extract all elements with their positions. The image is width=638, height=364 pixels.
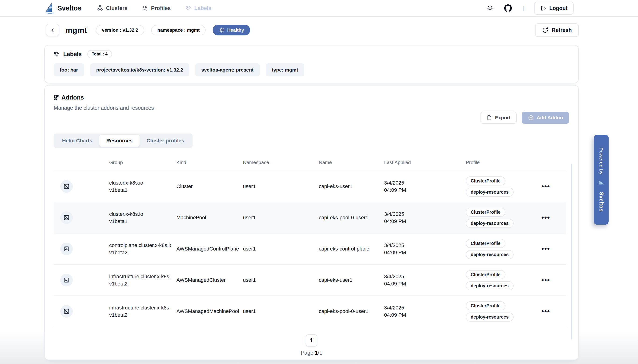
refresh-button[interactable]: Refresh [535,23,579,37]
add-addon-button[interactable]: Add Addon [522,112,569,124]
table-scrollbar[interactable] [571,164,572,340]
clusters-boxes-icon [97,5,103,12]
row-menu-button[interactable]: ••• [541,309,550,314]
profile-badge[interactable]: deploy-resources [466,250,514,259]
profile-badge[interactable]: deploy-resources [466,281,514,290]
profile-badge[interactable]: ClusterProfile [466,208,505,217]
resource-avatar [60,180,73,193]
last-applied-time: 04:09 PM [384,280,460,287]
profile-badges: ClusterProfiledeploy-resources [466,176,536,197]
table-column-header[interactable]: Name [319,160,384,165]
namespace-badge: namespace : mgmt [151,25,205,36]
image-off-icon [63,277,70,283]
table-column-header[interactable]: Namespace [243,160,319,165]
label-chip[interactable]: projectsveltos.io/k8s-version: v1.32.2 [90,64,189,76]
labels-card-header: Labels Total : 4 [54,50,569,58]
row-menu-button[interactable]: ••• [541,278,550,282]
powered-by-sveltos-ribbon[interactable]: Powered by Sveltos [594,135,609,225]
resource-name: capi-eks-pool-0-user1 [319,214,384,221]
row-menu-button[interactable]: ••• [541,184,550,189]
table-header-row: Group Kind Namespace Name Last Applied P… [54,154,566,171]
tab-cluster-profiles[interactable]: Cluster profiles [140,135,191,146]
profile-badge[interactable]: deploy-resources [466,219,514,228]
last-applied-date: 3/4/2025 [384,179,460,186]
addons-grid-icon [54,94,60,101]
profile-badge[interactable]: ClusterProfile [466,270,505,279]
profiles-user-icon [142,5,148,12]
back-button[interactable] [46,24,59,36]
resource-avatar [60,274,73,286]
file-icon [487,115,492,120]
resource-avatar [60,211,73,224]
add-addon-label: Add Addon [537,115,563,120]
ribbon-brand-text: Sveltos [598,192,604,212]
profile-badge[interactable]: deploy-resources [466,312,514,322]
powered-by-text: Powered by [598,148,604,174]
last-applied-date: 3/4/2025 [384,242,460,249]
table-column-header[interactable]: Last Applied [384,160,466,165]
resource-name: capi-eks-pool-0-user1 [319,308,384,314]
logout-button[interactable]: Logout [534,2,574,15]
refresh-label: Refresh [552,27,572,33]
page-header: mgmt version : v1.32.2 namespace : mgmt … [46,23,579,37]
nav-item-label: Labels [194,5,211,12]
label-chip[interactable]: sveltos-agent: present [195,64,260,76]
nav-item-clusters[interactable]: Clusters [97,5,127,12]
nav-divider: | [522,5,524,12]
table-column-header[interactable]: Group [109,160,176,165]
resource-kind: AWSManagedCluster [176,277,243,283]
theme-toggle-sun-icon[interactable] [486,4,494,12]
table-row[interactable]: infrastructure.cluster.x-k8s.io v1beta2 … [54,296,566,327]
chevron-left-icon [50,27,56,33]
page-1-button[interactable]: 1 [306,334,317,346]
tab-resources[interactable]: Resources [99,135,140,146]
export-label: Export [495,115,511,120]
profile-badge[interactable]: ClusterProfile [466,239,505,248]
label-chip[interactable]: type: mgmt [266,64,304,76]
table-column-header[interactable]: Profile [466,160,536,165]
header-badges: version : v1.32.2 namespace : mgmt Healt… [96,25,250,36]
last-applied-date: 3/4/2025 [384,304,460,311]
image-off-icon [63,214,70,221]
profile-badge[interactable]: ClusterProfile [466,176,505,186]
profile-badges: ClusterProfiledeploy-resources [466,301,536,322]
resource-group: cluster.x-k8s.io [109,210,171,218]
labels-tag-icon [185,5,192,12]
brand[interactable]: Sveltos [45,3,81,14]
tab-helm-charts[interactable]: Helm Charts [55,135,99,146]
nav-item-labels[interactable]: Labels [185,5,211,12]
label-chip[interactable]: foo: bar [54,64,84,76]
export-button[interactable]: Export [481,112,517,124]
version-badge: version : v1.32.2 [96,25,144,36]
resource-kind: Cluster [176,184,243,190]
table-row[interactable]: infrastructure.cluster.x-k8s.io v1beta2 … [54,265,566,296]
profile-badge[interactable]: deploy-resources [466,188,514,197]
resources-table: Group Kind Namespace Name Last Applied P… [54,154,566,327]
last-applied-date: 3/4/2025 [384,210,460,218]
profile-badges: ClusterProfiledeploy-resources [466,270,536,290]
brand-name: Sveltos [57,4,81,12]
resource-kind: MachinePool [176,214,243,221]
resource-version: v1beta2 [109,249,171,256]
resource-version: v1beta1 [109,218,171,225]
table-column-header[interactable]: Kind [176,160,243,165]
resource-namespace: user1 [243,277,319,283]
resource-namespace: user1 [243,214,319,221]
resource-version: v1beta1 [109,186,171,194]
nav-item-profiles[interactable]: Profiles [142,5,171,12]
table-row[interactable]: controlplane.cluster.x-k8s.io v1beta2 AW… [54,234,566,265]
github-icon[interactable] [504,4,512,12]
image-off-icon [63,308,70,314]
resource-version: v1beta2 [109,280,171,287]
profile-badge[interactable]: ClusterProfile [466,301,505,310]
resource-avatar [60,305,73,318]
table-row[interactable]: cluster.x-k8s.io v1beta1 Cluster user1 c… [54,171,566,202]
resource-avatar [60,242,73,255]
profile-badges: ClusterProfiledeploy-resources [466,208,536,228]
page-indicator: Page 1/1 [301,350,322,356]
page-title: mgmt [65,26,87,35]
row-menu-button[interactable]: ••• [541,246,550,251]
table-row[interactable]: cluster.x-k8s.io v1beta1 MachinePool use… [54,202,566,234]
row-menu-button[interactable]: ••• [541,215,550,220]
labels-total-badge: Total : 4 [87,50,112,58]
